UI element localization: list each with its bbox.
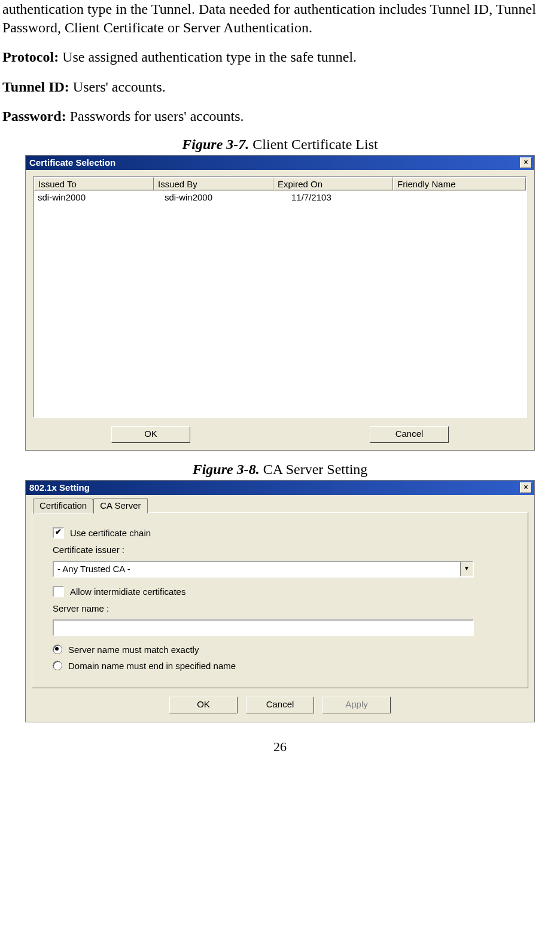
list-header: Issued To Issued By Expired On Friendly … — [34, 177, 526, 191]
certificate-selection-dialog: Certificate Selection × Issued To Issued… — [25, 155, 535, 451]
certificate-listview[interactable]: Issued To Issued By Expired On Friendly … — [33, 176, 527, 418]
tab-strip: Certification CA Server — [32, 497, 528, 513]
cell-issued-to: sdi-win2000 — [34, 191, 161, 203]
def-tunnel-id-label: Tunnel ID: — [2, 79, 69, 95]
allow-intermediate-row: Allow intermidiate certificates — [53, 586, 517, 597]
def-protocol-label: Protocol: — [2, 49, 59, 65]
radio-match-exactly-label: Server name must match exactly — [68, 645, 199, 655]
def-password-text: Passwords for users' accounts. — [66, 108, 244, 124]
chevron-down-icon[interactable]: ▼ — [460, 562, 473, 576]
cert-issuer-combo[interactable]: - Any Trusted CA - ▼ — [53, 561, 474, 578]
server-name-input[interactable] — [53, 619, 474, 636]
intro-paragraph: authentication type in the Tunnel. Data … — [2, 0, 558, 37]
figure-3-8-caption: Figure 3-8. CA Server Setting — [2, 461, 558, 478]
dialog2-title-text: 802.1x Setting — [29, 481, 90, 495]
dialog-body: Issued To Issued By Expired On Friendly … — [26, 170, 534, 450]
close-icon[interactable]: × — [520, 157, 532, 168]
use-cert-chain-checkbox[interactable]: ✔ — [53, 527, 64, 539]
dialog-titlebar: Certificate Selection × — [26, 156, 534, 170]
cancel-button[interactable]: Cancel — [370, 426, 449, 443]
ok-button[interactable]: OK — [111, 426, 190, 443]
dialog-titlebar: 802.1x Setting × — [26, 481, 534, 495]
def-tunnel-id: Tunnel ID: Users' accounts. — [2, 78, 558, 96]
cell-issued-by: sdi-win2000 — [161, 191, 288, 203]
ok-button[interactable]: OK — [169, 697, 238, 713]
col-issued-to[interactable]: Issued To — [34, 177, 154, 190]
def-tunnel-id-text: Users' accounts. — [69, 79, 166, 95]
def-password: Password: Passwords for users' accounts. — [2, 107, 558, 126]
dialog-title-text: Certificate Selection — [29, 156, 115, 170]
dialog-button-row: OK Cancel — [33, 426, 527, 443]
dialog2-button-row: OK Cancel Apply — [32, 693, 528, 718]
col-expired-on[interactable]: Expired On — [273, 177, 393, 190]
cell-expired-on: 11/7/2103 — [288, 191, 415, 203]
figure-3-7-caption: Figure 3-7. Client Certificate List — [2, 136, 558, 153]
radio-domain-end[interactable] — [53, 661, 62, 670]
radio-domain-end-label: Domain name must end in specified name — [68, 661, 236, 671]
figure-3-7-label: Figure 3-7. — [182, 136, 249, 152]
page-number: 26 — [2, 739, 558, 755]
cancel-button[interactable]: Cancel — [246, 697, 314, 713]
col-issued-by[interactable]: Issued By — [154, 177, 273, 190]
apply-button[interactable]: Apply — [322, 697, 391, 713]
col-friendly-name[interactable]: Friendly Name — [393, 177, 526, 190]
cell-friendly-name — [415, 191, 526, 203]
figure-3-8-label: Figure 3-8. — [193, 461, 260, 477]
close-icon[interactable]: × — [520, 482, 532, 493]
def-protocol-text: Use assigned authentication type in the … — [59, 49, 357, 65]
allow-intermediate-label: Allow intermidiate certificates — [70, 587, 185, 597]
def-protocol: Protocol: Use assigned authentication ty… — [2, 48, 558, 66]
tab-ca-server[interactable]: CA Server — [93, 498, 147, 513]
radio-domain-end-row: Domain name must end in specified name — [53, 661, 517, 671]
radio-match-exactly[interactable] — [53, 645, 62, 654]
tab-certification[interactable]: Certification — [33, 499, 93, 514]
tab-panel-ca-server: ✔ Use certificate chain Certificate issu… — [32, 512, 528, 688]
table-row[interactable]: sdi-win2000 sdi-win2000 11/7/2103 — [34, 191, 526, 203]
use-cert-chain-label: Use certificate chain — [70, 528, 151, 538]
def-password-label: Password: — [2, 108, 66, 124]
dialog2-body: Certification CA Server ✔ Use certificat… — [26, 495, 534, 722]
8021x-setting-dialog: 802.1x Setting × Certification CA Server… — [25, 480, 535, 722]
use-cert-chain-row: ✔ Use certificate chain — [53, 527, 517, 539]
radio-match-exactly-row: Server name must match exactly — [53, 645, 517, 655]
cert-issuer-value: - Any Trusted CA - — [54, 564, 460, 574]
cert-issuer-label: Certificate issuer : — [53, 545, 517, 555]
server-name-label: Server name : — [53, 603, 517, 613]
figure-3-7-text: Client Certificate List — [249, 136, 378, 152]
figure-3-8-text: CA Server Setting — [260, 461, 368, 477]
allow-intermediate-checkbox[interactable] — [53, 586, 64, 597]
